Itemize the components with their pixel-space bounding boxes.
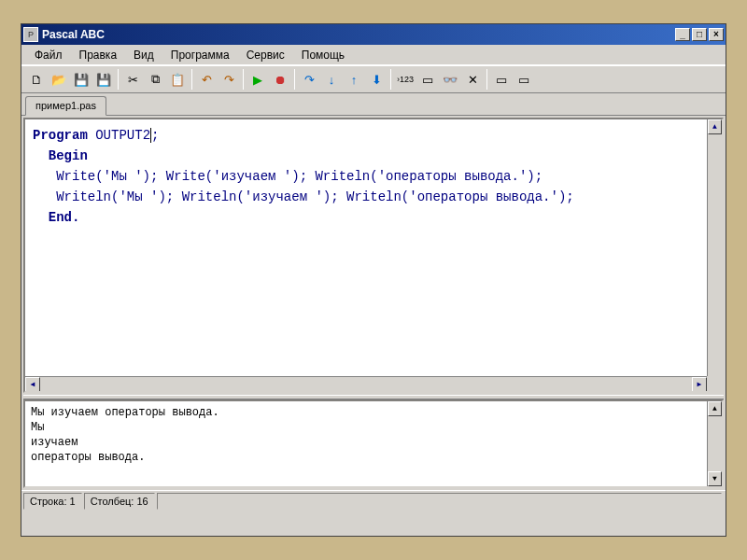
maximize-button[interactable]: □ <box>692 28 707 41</box>
close-button[interactable]: × <box>709 28 724 41</box>
save-all-icon[interactable]: 💾 <box>92 68 115 91</box>
code-line: Write('Мы '); Write('изучаем '); Writeln… <box>33 166 714 187</box>
step-over-icon[interactable]: ↷ <box>298 68 320 91</box>
paste-icon[interactable]: 📋 <box>166 68 189 91</box>
undo-icon[interactable]: ↶ <box>195 68 218 91</box>
code-line: Begin <box>33 146 714 166</box>
cut-icon[interactable]: ✂ <box>121 68 144 91</box>
scroll-up-icon[interactable]: ▲ <box>708 401 722 416</box>
menu-help[interactable]: Помощь <box>294 47 352 63</box>
stop-icon[interactable]: ⏺ <box>269 68 291 91</box>
titlebar: P Pascal ABC _ □ × <box>21 24 726 45</box>
scroll-left-icon[interactable]: ◀ <box>25 377 40 392</box>
scroll-up-icon[interactable]: ▲ <box>708 119 722 134</box>
code-editor[interactable]: Program OUTPUT2; Begin Write('Мы '); Wri… <box>23 118 724 393</box>
menu-service[interactable]: Сервис <box>239 47 292 63</box>
vertical-scrollbar[interactable]: ▲ ▼ <box>707 119 722 391</box>
menu-view[interactable]: Вид <box>126 47 162 63</box>
output-line: Мы <box>31 420 716 435</box>
menubar: Файл Правка Вид Программа Сервис Помощь <box>21 45 726 65</box>
output-line: изучаем <box>31 435 716 450</box>
step-out-icon[interactable]: ↑ <box>343 68 365 91</box>
menu-program[interactable]: Программа <box>163 47 237 63</box>
menu-edit[interactable]: Правка <box>72 47 125 63</box>
close-tab-icon[interactable]: ✕ <box>461 68 484 91</box>
watch-icon[interactable]: 👓 <box>439 68 461 91</box>
breakpoint-icon[interactable]: ⬇ <box>365 68 388 91</box>
step-into-icon[interactable]: ↓ <box>320 68 343 91</box>
open-file-icon[interactable]: 📂 <box>48 68 70 91</box>
code-line: End. <box>33 207 714 228</box>
tab-file[interactable]: пример1.pas <box>25 96 106 116</box>
redo-icon[interactable]: ↷ <box>218 68 240 91</box>
extra1-icon[interactable]: ▭ <box>490 68 513 91</box>
scroll-down-icon[interactable]: ▼ <box>708 471 722 486</box>
horizontal-scrollbar[interactable]: ◀ ▶ <box>25 376 707 391</box>
save-icon[interactable]: 💾 <box>70 68 92 91</box>
output-panel[interactable]: Мы изучаем операторы вывода. Мы изучаем … <box>23 399 724 488</box>
run-icon[interactable]: ▶ <box>247 68 269 91</box>
output-scrollbar[interactable]: ▲ ▼ <box>707 401 722 486</box>
menu-file[interactable]: Файл <box>27 47 70 63</box>
copy-icon[interactable]: ⧉ <box>144 68 166 91</box>
toolbar: 🗋 📂 💾 💾 ✂ ⧉ 📋 ↶ ↷ ▶ ⏺ ↷ ↓ ↑ ⬇ ›123 ▭ 👓 ✕… <box>21 65 726 93</box>
app-window: P Pascal ABC _ □ × Файл Правка Вид Прогр… <box>21 23 726 537</box>
code-line: Writeln('Мы '); Writeln('изучаем '); Wri… <box>33 187 714 207</box>
window-icon[interactable]: ▭ <box>416 68 439 91</box>
output-line: Мы изучаем операторы вывода. <box>31 405 716 420</box>
status-spacer <box>157 493 722 510</box>
extra2-icon[interactable]: ▭ <box>513 68 535 91</box>
code-line: Program OUTPUT2; <box>33 128 159 143</box>
statusbar: Строка: 1 Столбец: 16 <box>21 490 726 511</box>
output-line: операторы вывода. <box>31 450 716 465</box>
minimize-button[interactable]: _ <box>675 28 690 41</box>
window-title: Pascal ABC <box>42 28 675 41</box>
scroll-corner <box>707 376 722 391</box>
tab-strip: пример1.pas <box>21 93 726 116</box>
goto-icon[interactable]: ›123 <box>394 68 416 91</box>
new-file-icon[interactable]: 🗋 <box>25 68 48 91</box>
app-icon: P <box>23 27 38 42</box>
status-line: Строка: 1 <box>23 493 82 510</box>
status-column: Столбец: 16 <box>84 493 155 510</box>
scroll-right-icon[interactable]: ▶ <box>692 377 707 392</box>
